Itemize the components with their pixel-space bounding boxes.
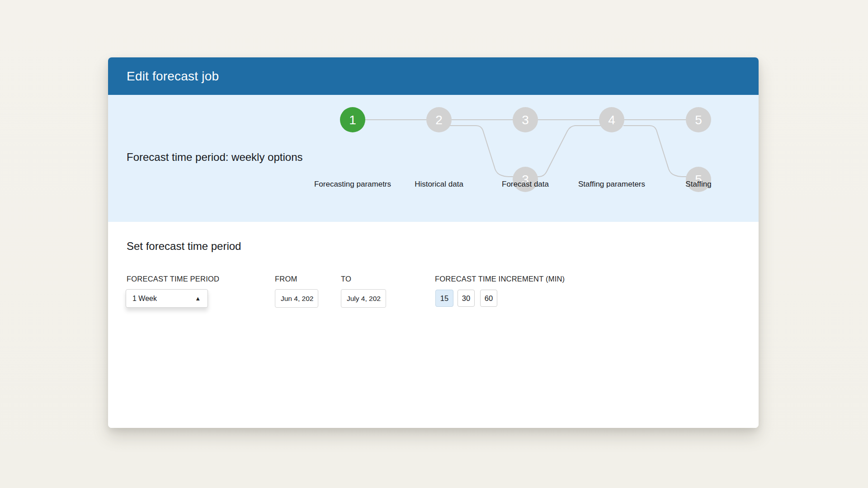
step-label-historical-data: Historical data <box>415 180 463 189</box>
to-date-input[interactable] <box>341 289 386 308</box>
from-label: FROM <box>275 275 297 283</box>
forecast-time-period-value: 1 Week <box>132 295 157 303</box>
stepper-branch-down-2 <box>623 126 689 177</box>
chevron-up-icon: ▲ <box>195 296 201 301</box>
step-label-staffing-parameters: Staffing parameters <box>578 180 645 189</box>
step-label-forecasting-parameters: Forecasting parametrs <box>314 180 391 189</box>
step-circle-4[interactable]: 4 <box>599 107 624 132</box>
forecast-time-period-label: FORECAST TIME PERIOD <box>127 275 219 283</box>
svg-text:4: 4 <box>608 113 615 127</box>
increment-30-button[interactable]: 30 <box>458 290 475 307</box>
to-label: TO <box>341 275 351 283</box>
stepper-branch-up-1 <box>536 126 601 177</box>
svg-text:2: 2 <box>435 113 443 127</box>
step-circle-2[interactable]: 2 <box>426 107 452 132</box>
stepper-graph: 1 2 3 4 5 3 <box>108 95 759 222</box>
dialog-title: Edit forecast job <box>127 69 219 84</box>
svg-text:1: 1 <box>349 113 356 127</box>
increment-15-button[interactable]: 15 <box>435 290 453 307</box>
stepper-section: Forecast time period: weekly options 1 2… <box>108 95 759 222</box>
svg-text:3: 3 <box>522 113 529 127</box>
forecast-time-period-select[interactable]: 1 Week ▲ <box>126 289 208 308</box>
edit-forecast-job-dialog: Edit forecast job Forecast time period: … <box>108 57 759 428</box>
forecast-time-increment-label: FORECAST TIME INCREMENT (MIN) <box>435 275 565 283</box>
step-circle-5[interactable]: 5 <box>686 107 711 132</box>
step-circle-1[interactable]: 1 <box>340 107 365 132</box>
step-label-forecast-data: Forecast data <box>502 180 549 189</box>
step-label-staffing: Staffing <box>685 180 711 189</box>
increment-60-button[interactable]: 60 <box>480 290 497 307</box>
from-date-input[interactable] <box>275 289 318 308</box>
stepper-branch-down-1 <box>449 126 515 177</box>
form-heading: Set forecast time period <box>127 240 241 253</box>
svg-text:5: 5 <box>695 113 702 127</box>
step-circle-3[interactable]: 3 <box>513 107 538 132</box>
set-forecast-time-period-section: Set forecast time period FORECAST TIME P… <box>108 222 759 428</box>
dialog-header: Edit forecast job <box>108 57 759 95</box>
